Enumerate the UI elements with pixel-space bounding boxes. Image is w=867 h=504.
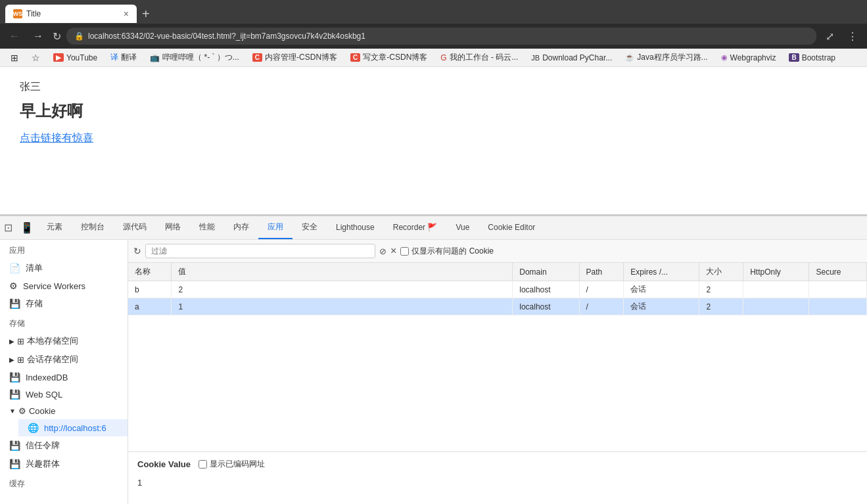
- expand-arrow-icon: ▼: [9, 407, 16, 415]
- cookie-httponly-b: [743, 281, 809, 298]
- cookie-value-a: 1: [172, 298, 513, 315]
- settings-button[interactable]: ⋮: [843, 29, 862, 44]
- trust-token-icon: 💾: [9, 440, 20, 451]
- devtools-inspect-button[interactable]: ⊡: [0, 219, 16, 237]
- sidebar-item-indexeddb[interactable]: 💾 IndexedDB: [0, 369, 128, 386]
- sidebar-section-cache: 缓存: [0, 473, 128, 492]
- tab-vue[interactable]: Vue: [446, 218, 479, 239]
- service-workers-icon: ⚙: [9, 281, 18, 291]
- tab-console[interactable]: 控制台: [72, 216, 114, 239]
- table-row[interactable]: a 1 localhost / 会话 2: [128, 298, 867, 315]
- col-header-name[interactable]: 名称: [128, 263, 172, 281]
- bookmark-csdn-write[interactable]: C 写文章-CSDN博客: [345, 51, 433, 64]
- cookie-path-b: /: [579, 281, 624, 298]
- cookie-secure-b: [809, 281, 867, 298]
- interest-group-icon: 💾: [9, 459, 20, 469]
- cookie-value-header: Cookie Value 显示已编码网址: [137, 459, 858, 470]
- show-encoded-checkbox[interactable]: [199, 460, 207, 469]
- bookmark-translate[interactable]: 译 翻译: [105, 51, 142, 64]
- table-row[interactable]: b 2 localhost / 会话 2: [128, 281, 867, 298]
- bookmark-webgraphviz[interactable]: ◉ Webgraphviz: [716, 52, 782, 64]
- lock-icon: 🔒: [74, 32, 84, 41]
- filter-input[interactable]: [145, 244, 375, 258]
- cookie-value-b: 2: [172, 281, 513, 298]
- cookie-domain-a: localhost: [513, 298, 579, 315]
- bookmark-pycharm[interactable]: JB Download PyChar...: [526, 52, 617, 64]
- sidebar-item-interest-group[interactable]: 💾 兴趣群体: [0, 455, 128, 473]
- col-header-path[interactable]: Path: [579, 263, 624, 281]
- cookie-domain-b: localhost: [513, 281, 579, 298]
- col-header-expires[interactable]: Expires /...: [624, 263, 699, 281]
- bookmark-youtube[interactable]: ▶ YouTube: [48, 52, 103, 64]
- devtools-main: ↻ ⊘ × 仅显示有问题的 Cookie 名称 值 Domain: [128, 240, 867, 504]
- cookie-value-content: 1: [137, 475, 858, 490]
- cookie-name-a: a: [128, 298, 172, 315]
- tab-sources[interactable]: 源代码: [114, 216, 156, 239]
- sidebar-item-manifest[interactable]: 📄 清单: [0, 259, 128, 277]
- tab-application[interactable]: 应用: [258, 216, 293, 239]
- cookie-size-b: 2: [699, 281, 743, 298]
- tab-performance[interactable]: 性能: [190, 216, 224, 239]
- page-link[interactable]: 点击链接有惊喜: [20, 132, 93, 143]
- col-header-domain[interactable]: Domain: [513, 263, 579, 281]
- zoom-button[interactable]: ⤢: [822, 29, 838, 44]
- active-tab[interactable]: WS Title ×: [5, 5, 137, 23]
- bookmark-java[interactable]: ☕ Java程序员学习路...: [620, 51, 713, 64]
- bookmark-csdn-content[interactable]: C 内容管理-CSDN博客: [247, 51, 342, 64]
- bookmark-bilibili[interactable]: 📺 哔哩哔哩（ *- ` ）つ...: [145, 51, 245, 64]
- bookmark-gitee[interactable]: G 我的工作台 - 码云...: [435, 51, 523, 64]
- reload-button[interactable]: ↻: [53, 30, 61, 43]
- sidebar-item-storage[interactable]: 💾 存储: [0, 294, 128, 313]
- url-text: localhost:63342/02-vue-basic/04test.html…: [88, 32, 365, 41]
- sidebar-item-local-storage[interactable]: ▶ ⊞ 本地存储空间: [0, 332, 128, 350]
- sidebar-item-session-storage[interactable]: ▶ ⊞ 会话存储空间: [0, 350, 128, 369]
- tab-favicon: WS: [13, 9, 22, 18]
- local-storage-icon: ⊞: [17, 336, 24, 346]
- tab-memory[interactable]: 内存: [224, 216, 258, 239]
- sidebar-item-cookie-localhost[interactable]: 🌐 http://localhost:6: [18, 419, 128, 436]
- col-header-httponly[interactable]: HttpOnly: [743, 263, 809, 281]
- cookie-table: 名称 值 Domain Path Expires /... 大小 HttpOnl…: [128, 263, 867, 315]
- sidebar-section-storage: 存储: [0, 313, 128, 332]
- sidebar-item-cookie[interactable]: ▼ ⚙ Cookie: [0, 403, 128, 419]
- tab-cookie-editor[interactable]: Cookie Editor: [479, 218, 544, 239]
- forward-button[interactable]: →: [29, 29, 47, 43]
- bookmark-star[interactable]: ☆: [26, 51, 45, 64]
- tab-lighthouse[interactable]: Lighthouse: [327, 218, 384, 239]
- show-encoded-label[interactable]: 显示已编码网址: [199, 459, 265, 470]
- new-tab-button[interactable]: +: [137, 7, 155, 22]
- url-bar[interactable]: 🔒 localhost:63342/02-vue-basic/04test.ht…: [66, 28, 816, 45]
- cookie-httponly-a: [743, 298, 809, 315]
- cookie-expires-a: 会话: [624, 298, 699, 315]
- bookmark-bootstrap[interactable]: B Bootstrap: [784, 52, 841, 64]
- refresh-cookies-button[interactable]: ↻: [133, 246, 141, 256]
- sidebar-cookie-sub: 🌐 http://localhost:6: [0, 419, 128, 436]
- bookmark-apps[interactable]: ⊞: [5, 51, 24, 64]
- page-content: 张三 早上好啊 点击链接有惊喜: [0, 67, 867, 215]
- filter-funnel-button[interactable]: ⊘: [379, 246, 387, 256]
- devtools-device-button[interactable]: 📱: [16, 219, 37, 237]
- show-issues-checkbox[interactable]: [400, 247, 409, 256]
- cookie-value-label: Cookie Value: [137, 459, 191, 469]
- filter-clear-button[interactable]: ×: [390, 245, 396, 257]
- col-header-size[interactable]: 大小: [699, 263, 743, 281]
- sidebar-section-app: 应用: [0, 240, 128, 259]
- col-header-value[interactable]: 值: [172, 263, 513, 281]
- tab-network[interactable]: 网络: [156, 216, 190, 239]
- tab-close-button[interactable]: ×: [124, 9, 129, 19]
- address-bar: ← → ↻ 🔒 localhost:63342/02-vue-basic/04t…: [0, 24, 867, 49]
- sidebar-item-trust-token[interactable]: 💾 信任令牌: [0, 436, 128, 455]
- show-issues-label[interactable]: 仅显示有问题的 Cookie: [400, 246, 494, 257]
- cookie-table-container: 名称 值 Domain Path Expires /... 大小 HttpOnl…: [128, 263, 867, 451]
- cookie-path-a: /: [579, 298, 624, 315]
- back-button[interactable]: ←: [5, 29, 24, 43]
- indexeddb-icon: 💾: [9, 372, 20, 382]
- sidebar-item-service-workers[interactable]: ⚙ Service Workers: [0, 277, 128, 294]
- cookie-value-panel: Cookie Value 显示已编码网址 1: [128, 451, 867, 504]
- tab-elements[interactable]: 元素: [37, 216, 72, 239]
- tab-security[interactable]: 安全: [293, 216, 327, 239]
- col-header-secure[interactable]: Secure: [809, 263, 867, 281]
- devtools-sidebar: 应用 📄 清单 ⚙ Service Workers 💾 存储 存储 ▶ ⊞ 本地…: [0, 240, 128, 504]
- sidebar-item-websql[interactable]: 💾 Web SQL: [0, 386, 128, 403]
- tab-recorder[interactable]: Recorder 🚩: [384, 218, 447, 239]
